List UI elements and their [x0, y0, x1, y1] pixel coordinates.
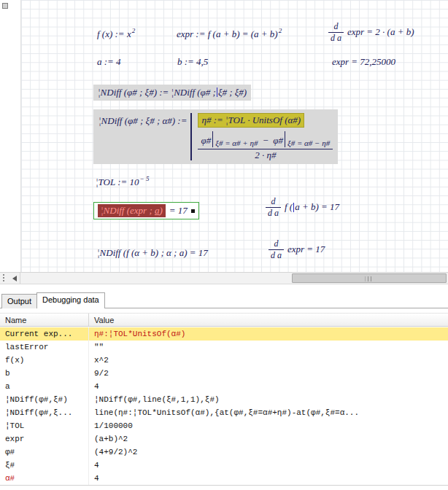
expr-ndiff-expr-a-selected[interactable]: ¦NDiff (expr ; a) = 17 [93, 202, 199, 219]
superscript: 2 [132, 27, 136, 34]
table-row[interactable]: expr (a+b)^2 [0, 432, 448, 446]
collapse-left-icon[interactable] [9, 276, 17, 281]
math-text: f (x) := x [97, 28, 131, 39]
expr-ndiff2-definition[interactable]: ¦NDiff (φ# ; ξ#) := ¦NDiff (φ# ;ξ# ; ξ#) [93, 85, 251, 101]
expr-tol-definition[interactable]: ¦TOL := 10− 5 [96, 175, 149, 188]
fraction-numerator: d [328, 22, 344, 33]
text-cursor [217, 88, 217, 97]
row-value: 4 [89, 380, 448, 393]
derivative-fraction: d d a [266, 197, 281, 217]
superscript: 2 [279, 27, 282, 34]
debug-table-body: Current exp... η#:¦TOL*UnitsOf(α#) lastE… [0, 327, 448, 485]
minus-operator: − [262, 136, 269, 146]
scrollbar-grip-icon [366, 276, 374, 281]
math-text: ¦NDiff (φ# ; ξ#) := ¦NDiff (φ# ; [98, 87, 216, 98]
tab-debugging-data[interactable]: Debugging data [36, 292, 105, 308]
row-name: ¦TOL [0, 419, 89, 432]
table-row-current-expression[interactable]: Current exp... η#:¦TOL*UnitsOf(α#) [0, 327, 448, 341]
row-value: 9/2 [89, 367, 448, 380]
expr-a-definition[interactable]: a := 4 [97, 56, 121, 68]
expr-fx-definition[interactable]: f (x) := x2 [97, 27, 135, 40]
column-header-value[interactable]: Value [89, 314, 448, 326]
table-row[interactable]: ¦TOL 1/100000 [0, 419, 448, 432]
tab-output[interactable]: Output [1, 294, 37, 308]
math-text: = 17 [169, 205, 188, 217]
superscript: − 5 [140, 175, 150, 182]
table-row[interactable]: b 9/2 [0, 367, 448, 380]
program-block: η# := ¦TOL · UnitsOf (α#) φ#ξ# = α# + η#… [190, 113, 333, 160]
worksheet-canvas[interactable]: f (x) := x2 expr := f (a + b) = (a + b)2… [0, 0, 448, 272]
expr-derivative-symbolic[interactable]: d d a expr = 2 · (a + b) [328, 22, 414, 42]
worksheet-bottom-bar [0, 272, 448, 284]
expr-ndiff3-definition[interactable]: ¦NDiff (φ# ; ξ# ; α#) := η# := ¦TOL · Un… [93, 109, 338, 164]
row-name: a [0, 380, 89, 393]
table-row[interactable]: lastError "" [0, 341, 448, 354]
row-value: (4+9/2)^2 [89, 446, 448, 459]
evaluate-at-condition: ξ# = α# + η# [212, 131, 258, 147]
math-text: ¦TOL := 10 [96, 176, 139, 187]
placeholder-square-icon [191, 209, 195, 213]
table-row[interactable]: a 4 [0, 380, 448, 393]
math-text: b := 4,5 [177, 56, 208, 67]
horizontal-scrollbar[interactable] [21, 273, 448, 284]
fraction-numerator: φ#ξ# = α# + η# − φ#ξ# = α# − η# [198, 131, 333, 149]
panel-bottom-divider [0, 485, 448, 486]
expr-expr-definition[interactable]: expr := f (a + b) = (a + b)2 [177, 27, 282, 40]
row-value: 4 [89, 459, 448, 472]
math-text: expr := f (a + b) = (a + b) [177, 28, 278, 39]
text-cursor [293, 203, 294, 212]
expr-b-definition[interactable]: b := 4,5 [177, 56, 208, 68]
evaluate-at-condition: ξ# = α# − η# [285, 131, 330, 147]
expr-derivative-expr-value[interactable]: d d a expr = 17 [269, 239, 325, 260]
row-value: (a+b)^2 [89, 432, 448, 446]
math-text: ξ# ; ξ#) [218, 87, 247, 98]
math-text: f ( [285, 201, 293, 213]
derivative-fraction: d d a [269, 239, 284, 260]
expr-ndiff-f-alpha[interactable]: ¦NDiff (f (α + b) ; α ; a) = 17 [97, 247, 208, 259]
row-value: line(η#:¦TOL*UnitsOf(α#),{at(φ#,ξ#=α#+η#… [89, 406, 448, 419]
row-name: lastError [0, 341, 89, 354]
table-row[interactable]: φ# (4+9/2)^2 [0, 446, 448, 459]
application-window: f (x) := x2 expr := f (a + b) = (a + b)2… [0, 0, 448, 490]
row-value: 4 [89, 472, 448, 485]
table-row[interactable]: f(x) x^2 [0, 354, 448, 367]
splitter-handle[interactable] [0, 273, 20, 284]
row-name: expr [0, 432, 89, 446]
math-text: a := 4 [97, 56, 121, 67]
splitter-grip-icon [3, 274, 4, 282]
bottom-panel-tabbar: Output Debugging data [0, 289, 448, 308]
row-name: ξ# [0, 459, 89, 472]
math-text: ¦NDiff (f (α + b) ; α ; a) = 17 [97, 247, 208, 258]
fraction-numerator: d [266, 197, 281, 208]
fraction-denominator: d a [328, 33, 344, 43]
row-value: x^2 [89, 354, 448, 367]
scrollbar-thumb[interactable] [292, 273, 447, 283]
math-text: φ# [201, 136, 211, 146]
table-row[interactable]: ξ# 4 [0, 459, 448, 472]
table-row-alpha[interactable]: α# 4 [0, 472, 448, 485]
row-value: 1/100000 [89, 419, 448, 432]
table-row[interactable]: ¦NDiff(φ#,ξ... line(η#:¦TOL*UnitsOf(α#),… [0, 406, 448, 419]
expr-expr-value[interactable]: expr = 72,25000 [332, 56, 395, 68]
fraction-denominator: d a [269, 250, 284, 260]
row-value: η#:¦TOL*UnitsOf(α#) [89, 327, 448, 341]
math-text: η# := ¦TOL · UnitsOf (α#) [201, 114, 301, 125]
expr-derivative-f[interactable]: d d a f (a + b) = 17 [266, 197, 339, 217]
column-header-name[interactable]: Name [0, 314, 89, 326]
math-text: φ# [273, 136, 283, 146]
breakpoint-highlight: ¦NDiff (expr ; a) [98, 204, 166, 217]
math-text: expr = 2 · (a + b) [347, 26, 414, 38]
row-name: Current exp... [0, 327, 89, 341]
row-name: f(x) [0, 354, 89, 367]
math-text: ) [159, 205, 162, 216]
debug-table-header: Name Value [0, 313, 448, 327]
row-name: φ# [0, 446, 89, 459]
derivative-fraction: d d a [328, 22, 344, 42]
table-row[interactable]: ¦NDiff(φ#,ξ#) ¦NDiff(φ#,line(ξ#,1,1),ξ#) [0, 393, 448, 406]
math-text: ¦NDiff (expr ; [101, 205, 155, 216]
row-name: α# [0, 472, 89, 485]
difference-quotient-fraction: φ#ξ# = α# + η# − φ#ξ# = α# − η# 2 · η# [198, 131, 333, 160]
row-name: ¦NDiff(φ#,ξ... [0, 406, 89, 419]
row-name: ¦NDiff(φ#,ξ#) [0, 393, 89, 406]
fraction-denominator: d a [266, 208, 281, 218]
